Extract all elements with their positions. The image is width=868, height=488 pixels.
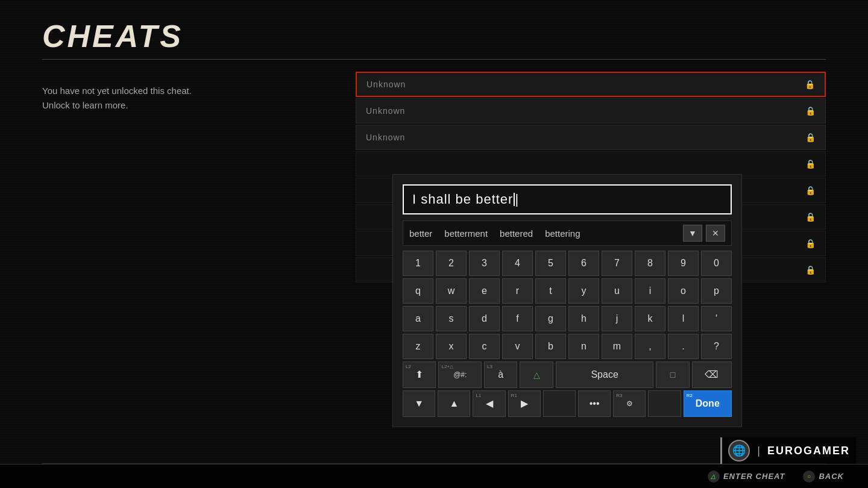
key-h[interactable]: h	[568, 306, 599, 331]
triangle-action-icon: △	[708, 471, 720, 483]
watermark-brand: EUROGAMER	[767, 445, 850, 457]
key-m[interactable]: m	[602, 334, 632, 359]
key-apostrophe[interactable]: '	[701, 306, 732, 331]
key-7[interactable]: 7	[602, 251, 632, 276]
keyboard-keys: 1 2 3 4 5 6 7 8 9 0 q w	[403, 251, 732, 417]
suggestion-bettering[interactable]: bettering	[545, 228, 580, 239]
sym-sublabel: L2+△	[441, 364, 453, 369]
back-action[interactable]: ○ Back	[803, 471, 844, 483]
key-left[interactable]: L1 ◀	[473, 390, 505, 417]
autocomplete-close-btn[interactable]: ✕	[706, 225, 725, 242]
key-v[interactable]: v	[502, 334, 533, 359]
right-sublabel: R1	[511, 393, 517, 398]
back-label: Back	[819, 472, 844, 481]
key-l[interactable]: l	[668, 306, 699, 331]
key-p[interactable]: p	[701, 278, 732, 304]
key-o[interactable]: o	[668, 278, 699, 304]
key-w[interactable]: w	[436, 278, 467, 304]
page-title: CHEATS	[42, 18, 826, 54]
unlock-message: You have not yet unlocked this cheat. Un…	[42, 84, 344, 113]
key-t[interactable]: t	[535, 278, 566, 304]
key-z[interactable]: z	[403, 334, 433, 359]
dots-icon: •••	[590, 399, 600, 408]
suggestion-better[interactable]: better	[409, 228, 432, 239]
cheat-input[interactable]: I shall be better	[403, 184, 732, 214]
key-r[interactable]: r	[502, 278, 533, 304]
circle-action-icon: ○	[803, 471, 815, 483]
cheat-item[interactable]: Unknown 🔒	[356, 125, 826, 150]
key-dots[interactable]: •••	[578, 390, 611, 417]
key-square[interactable]: □	[656, 361, 689, 388]
lock-icon: 🔒	[805, 265, 816, 275]
key-u[interactable]: u	[602, 278, 632, 304]
key-done[interactable]: R2 Done	[684, 390, 732, 417]
key-1[interactable]: 1	[403, 251, 433, 276]
key-triangle[interactable]: △	[520, 361, 553, 388]
key-s[interactable]: s	[436, 306, 467, 331]
lock-icon: 🔒	[805, 106, 816, 116]
key-y[interactable]: y	[568, 278, 599, 304]
square-icon: □	[670, 371, 675, 379]
key-comma[interactable]: ,	[635, 334, 665, 359]
keyboard-overlay: I shall be better better betterment bett…	[392, 174, 742, 427]
key-b[interactable]: b	[535, 334, 566, 359]
a-row: a s d f g h j k l '	[403, 306, 732, 331]
key-i[interactable]: i	[635, 278, 665, 304]
key-5[interactable]: 5	[535, 251, 566, 276]
key-0[interactable]: 0	[701, 251, 732, 276]
cheat-item[interactable]: Unknown 🔒	[356, 72, 826, 97]
key-upload[interactable]: L2 ⬆	[403, 361, 436, 388]
main-content: You have not yet unlocked this cheat. Un…	[0, 66, 868, 488]
triangle-icon: △	[533, 371, 540, 379]
enter-cheat-action[interactable]: △ Enter Cheat	[708, 471, 785, 483]
accent-sublabel: L3	[487, 364, 492, 369]
suggestion-betterment[interactable]: betterment	[444, 228, 488, 239]
key-period[interactable]: .	[668, 334, 699, 359]
key-9[interactable]: 9	[668, 251, 699, 276]
key-g[interactable]: g	[535, 306, 566, 331]
key-n[interactable]: n	[568, 334, 599, 359]
up-arrow-icon: ▲	[449, 399, 459, 408]
key-6[interactable]: 6	[568, 251, 599, 276]
lock-icon: 🔒	[805, 133, 816, 142]
key-space[interactable]: Space	[556, 361, 653, 388]
cheat-label: Unknown	[366, 106, 405, 116]
down-arrow-icon: ▼	[414, 399, 424, 408]
accent-label: à	[498, 370, 503, 380]
key-backspace[interactable]: ⌫	[692, 361, 732, 388]
key-2[interactable]: 2	[436, 251, 467, 276]
backspace-icon: ⌫	[705, 370, 719, 380]
lock-icon: 🔒	[805, 212, 816, 222]
cheat-item[interactable]: Unknown 🔒	[356, 98, 826, 124]
key-right[interactable]: R1 ▶	[508, 390, 541, 417]
key-x[interactable]: x	[436, 334, 467, 359]
key-c[interactable]: c	[469, 334, 500, 359]
upload-icon: ⬆	[415, 370, 423, 380]
key-j[interactable]: j	[602, 306, 632, 331]
suggestion-bettered[interactable]: bettered	[500, 228, 533, 239]
key-f[interactable]: f	[502, 306, 533, 331]
key-3[interactable]: 3	[469, 251, 500, 276]
key-down-arrow[interactable]: ▼	[403, 390, 435, 417]
key-question[interactable]: ?	[701, 334, 732, 359]
key-8[interactable]: 8	[635, 251, 665, 276]
key-up-arrow[interactable]: ▲	[438, 390, 470, 417]
key-joystick[interactable]: R3 ⚙	[613, 390, 646, 417]
space-label: Space	[591, 370, 618, 380]
key-d[interactable]: d	[469, 306, 500, 331]
cheat-label: Unknown	[366, 133, 405, 142]
autocomplete-dropdown-btn[interactable]: ▼	[683, 225, 702, 242]
lock-icon: 🔒	[805, 159, 816, 169]
key-4[interactable]: 4	[502, 251, 533, 276]
cheat-item-empty: 🔒	[356, 151, 826, 177]
key-accent[interactable]: L3 à	[484, 361, 517, 388]
key-a[interactable]: a	[403, 306, 433, 331]
sym-label: @#:	[453, 371, 467, 378]
key-q[interactable]: q	[403, 278, 433, 304]
key-k[interactable]: k	[635, 306, 665, 331]
lock-icon: 🔒	[805, 80, 815, 89]
key-symbols[interactable]: L2+△ @#:	[438, 361, 482, 388]
watermark-globe-icon: 🌐	[728, 440, 750, 461]
done-sublabel: R2	[687, 393, 693, 398]
key-e[interactable]: e	[469, 278, 500, 304]
